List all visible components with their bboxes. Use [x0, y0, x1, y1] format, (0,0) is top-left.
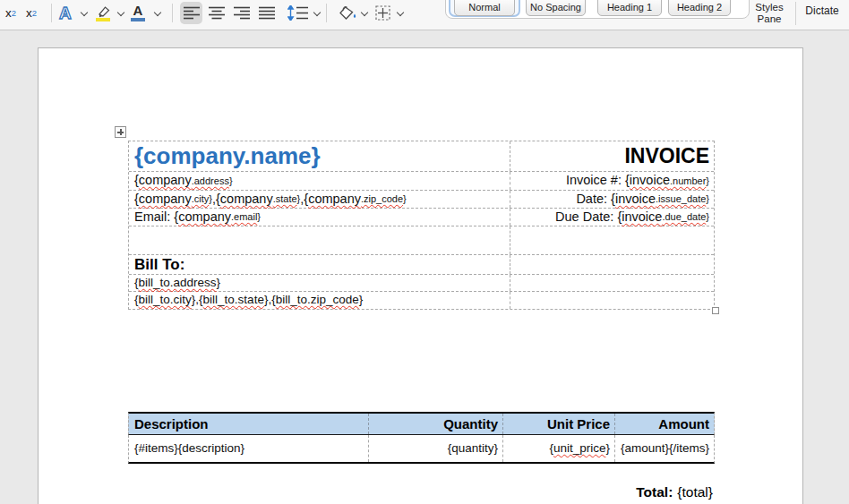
table-row: [129, 226, 714, 255]
column-header-description[interactable]: Description: [129, 414, 369, 434]
borders-button[interactable]: [375, 0, 390, 25]
table-row: Email: {company.email} Due Date: {invoic…: [129, 209, 714, 226]
empty-cell[interactable]: [510, 255, 714, 274]
highlight-color-button[interactable]: [94, 0, 113, 25]
text-effects-chevron[interactable]: [81, 10, 89, 18]
borders-icon: [375, 5, 390, 21]
empty-cell[interactable]: [510, 292, 714, 309]
style-heading-1[interactable]: Heading 1: [597, 0, 662, 16]
text-effects-button[interactable]: A: [59, 0, 72, 25]
table-move-handle-icon[interactable]: [115, 126, 126, 138]
item-unit-price-cell[interactable]: {unit_price}: [503, 435, 615, 462]
invoice-header-table: {company.name} INVOICE {company.address}…: [128, 141, 715, 310]
toolbar-divider: [326, 4, 327, 22]
style-normal[interactable]: Normal: [454, 0, 515, 16]
toolbar-divider: [51, 4, 52, 22]
highlighter-icon: [94, 4, 113, 22]
font-color-button[interactable]: A: [131, 0, 145, 25]
align-right-button[interactable]: [230, 2, 253, 24]
item-amount-cell[interactable]: {amount}{/items}: [615, 435, 714, 462]
bill-to-address-line[interactable]: {bill_to.address}: [129, 275, 510, 291]
superscript-button[interactable]: x2: [26, 0, 37, 25]
invoice-date-line[interactable]: Date: {invoice.issue_date}: [510, 191, 714, 208]
table-row: {company.name} INVOICE: [129, 141, 714, 172]
company-email-line[interactable]: Email: {company.email}: [129, 209, 510, 226]
shading-chevron[interactable]: [361, 10, 369, 18]
document-canvas: {company.name} INVOICE {company.address}…: [0, 30, 849, 504]
total-label: Total:: [636, 484, 673, 500]
align-center-button[interactable]: [205, 2, 227, 24]
table-row: Bill To:: [129, 255, 714, 275]
bill-to-label[interactable]: Bill To:: [129, 255, 510, 274]
font-color-chevron[interactable]: [154, 10, 162, 18]
invoice-title[interactable]: INVOICE: [510, 141, 714, 171]
table-row: {company.city}, {company.state}, {compan…: [129, 191, 714, 209]
align-center-icon: [209, 6, 225, 20]
dictate-button[interactable]: Dictate: [799, 4, 845, 17]
items-table-header-row: Description Quantity Unit Price Amount: [128, 412, 715, 435]
formatting-toolbar: x2 x2 A A: [0, 0, 849, 30]
empty-cell[interactable]: [510, 275, 714, 291]
line-spacing-icon: [287, 5, 308, 21]
styles-pane-button[interactable]: Styles Pane: [746, 2, 793, 25]
bill-to-city-state-zip-line[interactable]: {bill_to.city}, {bill_to.state}, {bill_t…: [129, 292, 510, 309]
column-header-amount[interactable]: Amount: [615, 414, 714, 434]
justify-button[interactable]: [255, 2, 278, 24]
align-left-button[interactable]: [180, 2, 202, 24]
page: {company.name} INVOICE {company.address}…: [38, 47, 803, 504]
superscript-icon: x: [26, 6, 32, 20]
table-row: {company.address} Invoice #: {invoice.nu…: [129, 172, 714, 191]
table-resize-handle[interactable]: [712, 307, 719, 314]
paint-bucket-icon: [339, 4, 357, 21]
line-spacing-chevron[interactable]: [313, 10, 322, 18]
align-right-icon: [234, 6, 250, 20]
items-table-data-row: {#items}{description} {quantity} {unit_p…: [128, 435, 715, 464]
justify-icon: [259, 6, 275, 20]
item-description-cell[interactable]: {#items}{description}: [129, 435, 369, 462]
item-quantity-cell[interactable]: {quantity}: [369, 435, 503, 462]
style-no-spacing[interactable]: No Spacing: [526, 0, 586, 16]
highlight-chevron[interactable]: [117, 10, 125, 18]
toolbar-divider: [795, 2, 796, 25]
line-spacing-button[interactable]: [287, 0, 308, 25]
style-gallery: Normal No Spacing Heading 1 Heading 2: [445, 0, 750, 19]
table-row: {bill_to.city}, {bill_to.state}, {bill_t…: [129, 292, 714, 309]
company-name-placeholder[interactable]: {company.name}: [129, 141, 510, 171]
table-row: {bill_to.address}: [129, 275, 714, 292]
invoice-due-date-line[interactable]: Due Date: {invoice.due_date}: [510, 209, 714, 226]
borders-chevron[interactable]: [397, 10, 405, 18]
style-heading-2[interactable]: Heading 2: [668, 0, 731, 16]
toolbar-divider: [172, 4, 173, 22]
font-color-icon: A: [131, 4, 145, 21]
align-left-icon: [184, 6, 200, 20]
column-header-quantity[interactable]: Quantity: [369, 414, 503, 434]
empty-cell[interactable]: [129, 226, 510, 254]
total-value: {total}: [677, 484, 713, 500]
invoice-number-line[interactable]: Invoice #: {invoice.number}: [510, 172, 714, 190]
company-city-state-zip-line[interactable]: {company.city}, {company.state}, {compan…: [129, 191, 510, 208]
company-address-line[interactable]: {company.address}: [129, 172, 510, 190]
total-line[interactable]: Total:{total}: [636, 484, 713, 500]
items-table: Description Quantity Unit Price Amount {…: [128, 412, 715, 464]
column-header-unit-price[interactable]: Unit Price: [503, 414, 615, 434]
text-effects-icon: A: [59, 4, 72, 21]
empty-cell[interactable]: [510, 226, 714, 254]
shading-button[interactable]: [339, 0, 357, 25]
subscript-button[interactable]: x2: [5, 0, 16, 25]
subscript-icon: x: [5, 6, 12, 20]
